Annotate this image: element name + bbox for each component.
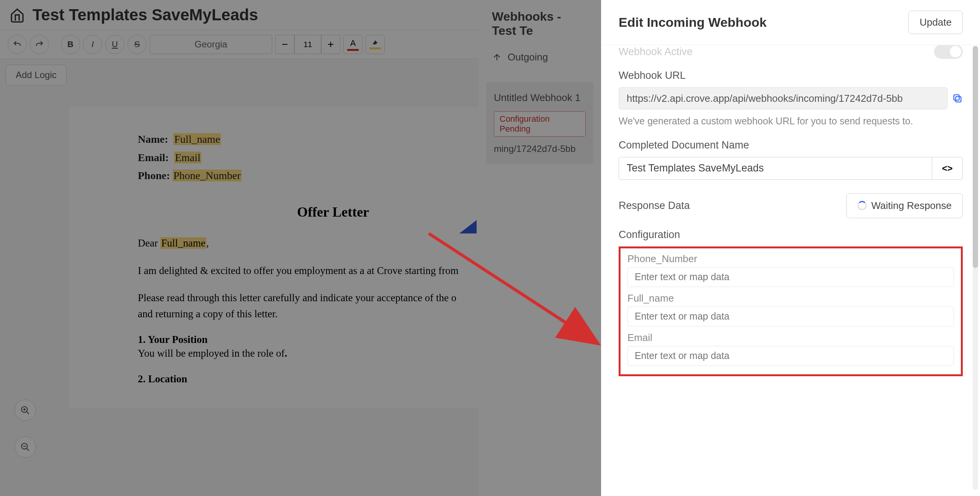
webhook-active-toggle[interactable] bbox=[934, 45, 963, 59]
update-button[interactable]: Update bbox=[908, 11, 963, 34]
code-button[interactable]: <> bbox=[932, 157, 963, 180]
text-color-button[interactable]: A bbox=[343, 35, 363, 54]
configuration-highlight: Phone_Number Full_name Email bbox=[619, 246, 963, 376]
configuration-label: Configuration bbox=[619, 229, 963, 241]
webhooks-title: Webhooks - Test Te bbox=[479, 0, 601, 44]
strikethrough-button[interactable]: S bbox=[127, 35, 147, 54]
config-field-label: Email bbox=[627, 332, 954, 344]
undo-button[interactable] bbox=[8, 35, 27, 54]
docname-label: Completed Document Name bbox=[619, 139, 963, 151]
config-field-input-fullname[interactable] bbox=[627, 307, 954, 326]
page-title: Test Templates SaveMyLeads bbox=[33, 6, 258, 24]
waiting-response-button[interactable]: Waiting Response bbox=[846, 193, 963, 218]
webhooks-panel: Webhooks - Test Te Outgoing Untitled Web… bbox=[479, 0, 601, 496]
decorative-triangle bbox=[459, 220, 477, 233]
svg-rect-9 bbox=[954, 95, 959, 100]
redo-button[interactable] bbox=[30, 35, 49, 54]
config-field-label: Phone_Number bbox=[627, 253, 954, 265]
font-size-value[interactable]: 11 bbox=[294, 35, 321, 54]
svg-line-5 bbox=[26, 448, 29, 451]
arrow-up-icon bbox=[492, 52, 502, 62]
bold-button[interactable]: B bbox=[61, 35, 80, 54]
config-field-input-phone[interactable] bbox=[627, 267, 954, 287]
docname-input[interactable] bbox=[619, 157, 932, 180]
webhook-url-fragment: ming/17242d7d-5bb bbox=[494, 144, 586, 154]
edit-webhook-drawer: Edit Incoming Webhook Update Webhook Act… bbox=[601, 0, 980, 496]
font-select[interactable]: Georgia bbox=[150, 35, 272, 54]
font-size-decrease[interactable]: − bbox=[275, 35, 294, 54]
zoom-in-button[interactable] bbox=[15, 400, 36, 421]
webhook-active-label: Webhook Active bbox=[619, 46, 693, 58]
drawer-title: Edit Incoming Webhook bbox=[619, 15, 767, 30]
add-logic-button[interactable]: Add Logic bbox=[6, 65, 67, 85]
field-phone-var[interactable]: Phone_Number bbox=[173, 170, 242, 181]
field-phone-label: Phone: bbox=[138, 170, 170, 181]
highlight-color-button[interactable] bbox=[366, 35, 385, 54]
italic-button[interactable]: I bbox=[83, 35, 102, 54]
config-field-input-email[interactable] bbox=[627, 346, 954, 366]
field-name-var[interactable]: Full_name bbox=[173, 133, 221, 145]
config-pending-badge: Configuration Pending bbox=[494, 111, 586, 137]
config-field-label: Full_name bbox=[627, 292, 954, 304]
copy-icon[interactable] bbox=[952, 93, 963, 104]
doc-heading: 1. Your Position bbox=[138, 334, 528, 346]
webhook-url-input[interactable] bbox=[619, 87, 947, 109]
webhook-card[interactable]: Untitled Webhook 1 Configuration Pending… bbox=[486, 82, 593, 164]
doc-heading: 2. Location bbox=[138, 373, 528, 385]
svg-rect-8 bbox=[956, 96, 961, 102]
field-name-label: Name: bbox=[138, 133, 168, 145]
doc-paragraph: You will be employed in the role of. bbox=[138, 346, 528, 362]
response-data-label: Response Data bbox=[619, 200, 690, 212]
field-email-label: Email: bbox=[138, 152, 169, 163]
font-size-increase[interactable]: + bbox=[321, 35, 340, 54]
webhook-name: Untitled Webhook 1 bbox=[494, 92, 586, 104]
scrollbar-thumb[interactable] bbox=[973, 46, 978, 268]
field-email-var[interactable]: Email bbox=[174, 152, 201, 163]
zoom-out-button[interactable] bbox=[15, 436, 36, 458]
home-icon[interactable] bbox=[10, 7, 25, 23]
tab-outgoing[interactable]: Outgoing bbox=[508, 51, 548, 63]
svg-line-1 bbox=[26, 411, 29, 414]
doc-paragraph: I am delighted & excited to offer you em… bbox=[138, 263, 528, 279]
webhook-url-label: Webhook URL bbox=[619, 70, 963, 82]
spinner-icon bbox=[858, 201, 867, 210]
document-title: Offer Letter bbox=[138, 204, 528, 220]
doc-paragraph: Please read through this letter carefull… bbox=[138, 290, 528, 322]
underline-button[interactable]: U bbox=[105, 35, 124, 54]
webhook-url-helper: We've generated a custom webhook URL for… bbox=[619, 114, 963, 129]
greeting-var[interactable]: Full_name bbox=[160, 237, 206, 249]
